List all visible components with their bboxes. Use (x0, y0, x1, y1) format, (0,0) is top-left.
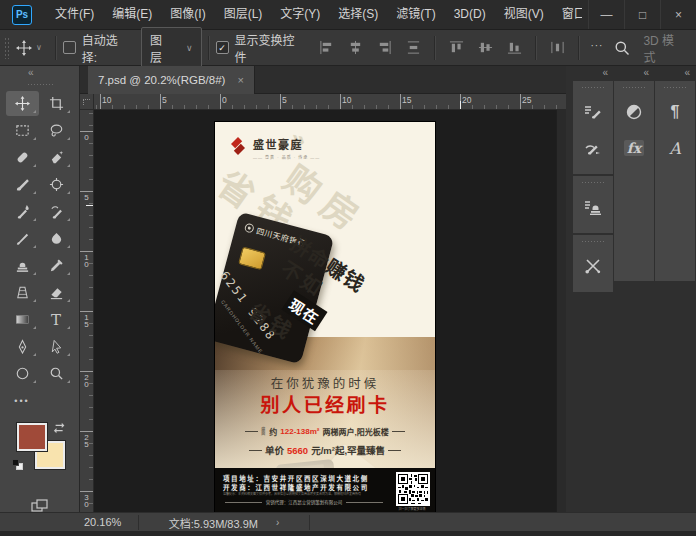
document-info[interactable]: 文档:5.93M/83.9M › (138, 515, 310, 530)
spec-line-area: 建面 约 122-138m² 两梯两户,阳光板楼 (215, 426, 435, 437)
ruler-corner[interactable] (80, 94, 94, 110)
poster-canvas[interactable]: 购房 省钱 秘诀 » 盛世豪庭 —— 尊贵 · 品质 · 传承 —— (215, 122, 435, 512)
panel-grip[interactable] (622, 86, 646, 90)
sampler-tool[interactable] (40, 172, 73, 197)
adjustments-panel-button[interactable] (614, 94, 654, 130)
auto-select-checkbox[interactable]: ✓ (63, 41, 76, 54)
gradient-tool[interactable] (6, 307, 39, 332)
type-icon: T (51, 311, 61, 329)
close-button[interactable]: × (660, 0, 696, 29)
foreground-color-swatch[interactable] (17, 423, 47, 451)
horizontal-ruler[interactable]: 10 5 0 5 10 15 20 25 (94, 94, 566, 110)
menu-view[interactable]: 视图(V) (495, 0, 553, 29)
menu-file[interactable]: 文件(F) (46, 0, 103, 29)
menu-filter[interactable]: 滤镜(T) (387, 0, 444, 29)
brush-tool[interactable] (6, 172, 39, 197)
collapse-panel-icon[interactable]: « (28, 68, 34, 78)
align-bottom-edges-button[interactable] (500, 40, 529, 55)
marquee-tool[interactable] (6, 118, 39, 143)
panel-grip[interactable] (581, 86, 605, 90)
panel-grip[interactable] (663, 86, 687, 90)
align-top-edges-button[interactable] (442, 40, 471, 55)
distribute-vertical-centers-button[interactable] (399, 40, 428, 55)
direct-selection-tool[interactable] (40, 334, 73, 359)
overflow-dots-icon[interactable]: ··· (586, 40, 607, 55)
menu-edit[interactable]: 编辑(E) (103, 0, 161, 29)
align-left-edges-button[interactable] (312, 40, 341, 55)
menu-image[interactable]: 图像(I) (161, 0, 214, 29)
collapse-panel-icon[interactable]: « (655, 66, 695, 81)
brand-logo-icon (228, 136, 248, 156)
window-controls: — □ × (588, 0, 696, 29)
distribute-horizontal-centers-button[interactable] (543, 40, 572, 55)
menu-layer[interactable]: 图层(L) (215, 0, 272, 29)
paintbrush-tool[interactable] (6, 226, 39, 251)
ruler-tick-label: 5 (282, 95, 287, 105)
lasso-tool[interactable] (40, 118, 73, 143)
character-panel-button[interactable]: A (655, 130, 695, 166)
price-lead: 单价 (265, 443, 284, 457)
crop-tool[interactable] (40, 91, 73, 116)
divider (578, 36, 580, 60)
close-tab-icon[interactable]: × (237, 74, 243, 86)
swap-colors-button[interactable] (53, 421, 67, 439)
edit-toolbar-button[interactable]: ••• (6, 388, 39, 413)
3d-mode-label[interactable]: 3D 模式 (643, 31, 686, 65)
collapse-panel-icon[interactable]: « (614, 66, 654, 81)
document-tab[interactable]: 7.psd @ 20.2%(RGB/8#) × (88, 66, 255, 94)
panel-grip[interactable] (581, 181, 605, 185)
vertical-scrollbar[interactable] (556, 110, 566, 512)
brushes-panel-button[interactable] (573, 130, 613, 166)
mixer-brush-tool[interactable] (6, 199, 39, 224)
vertical-ruler[interactable]: 0 5 10 15 20 25 30 (80, 110, 94, 512)
menu-3d[interactable]: 3D(D) (445, 0, 495, 29)
zoom-level-field[interactable]: 20.16% (84, 516, 121, 528)
spec-tag: 建面 (261, 428, 266, 436)
tools-panel: « (0, 66, 80, 512)
type-tool[interactable]: T (40, 307, 73, 332)
chevron-right-icon[interactable]: › (276, 517, 279, 528)
clone-source-panel-button[interactable] (573, 189, 613, 225)
clone-stamp-tool[interactable] (6, 253, 39, 278)
current-tool-selector[interactable]: ∨ (9, 40, 49, 56)
paragraph-panel-button[interactable]: ¶ (655, 94, 695, 130)
smudge-tool[interactable] (40, 226, 73, 251)
align-horizontal-centers-button[interactable] (341, 40, 370, 55)
document-tab-bar: 7.psd @ 20.2%(RGB/8#) × (80, 66, 566, 94)
default-colors-button[interactable] (12, 459, 23, 470)
eyedropper-tool[interactable] (40, 253, 73, 278)
tools-grid: T ••• (0, 91, 79, 413)
perspective-crop-tool[interactable] (6, 280, 39, 305)
character-icon: A (669, 139, 681, 158)
magic-eraser-tool[interactable] (40, 145, 73, 170)
menu-type[interactable]: 文字(Y) (271, 0, 329, 29)
auto-select-target-dropdown[interactable]: 图层 ∨ (141, 27, 202, 69)
styles-panel-button[interactable]: fx (614, 130, 654, 166)
brush-settings-panel-button[interactable] (573, 94, 613, 130)
ellipse-icon (15, 366, 30, 381)
collapse-panel-icon[interactable]: « (573, 66, 613, 81)
canvas-viewport[interactable]: 购房 省钱 秘诀 » 盛世豪庭 —— 尊贵 · 品质 · 传承 —— (94, 110, 556, 512)
tools-panel-grip[interactable] (27, 83, 53, 87)
art-history-brush-tool[interactable] (40, 199, 73, 224)
healing-brush-tool[interactable] (6, 145, 39, 170)
show-transform-checkbox[interactable]: ✓ (216, 41, 229, 54)
search-button[interactable] (607, 40, 637, 56)
fx-icon: fx (624, 140, 644, 156)
ellipse-tool[interactable] (6, 361, 39, 386)
ruler-tick-label: 10 (102, 95, 111, 105)
menu-window[interactable]: 窗口(W) (553, 0, 582, 29)
eraser-tool[interactable] (40, 280, 73, 305)
menu-select[interactable]: 选择(S) (329, 0, 387, 29)
panel-grip[interactable] (581, 240, 605, 244)
cursor-position-marker (460, 101, 461, 110)
zoom-tool[interactable] (40, 361, 73, 386)
align-right-edges-button[interactable] (370, 40, 399, 55)
tool-presets-panel-button[interactable] (573, 248, 613, 284)
ruler-tick-label: 5 (162, 95, 167, 105)
move-tool[interactable] (6, 91, 39, 116)
minimize-button[interactable]: — (588, 0, 624, 29)
pen-tool[interactable] (6, 334, 39, 359)
align-vertical-centers-button[interactable] (471, 40, 500, 55)
maximize-button[interactable]: □ (624, 0, 660, 29)
